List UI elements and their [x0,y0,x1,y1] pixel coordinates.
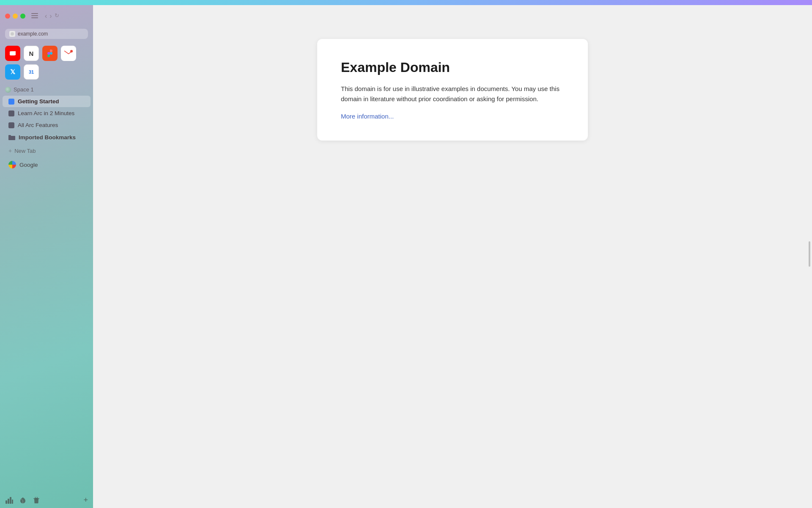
google-shortcut[interactable]: Google [3,158,91,171]
learn-arc-label: Learn Arc in 2 Minutes [18,110,74,116]
bar-chart-icon[interactable] [5,496,14,505]
card-body: This domain is for use in illustrative e… [341,84,564,104]
nav-controls: ‹ › ↻ [45,12,59,20]
more-info-link[interactable]: More information... [341,113,394,120]
learn-arc-icon [8,110,14,116]
svg-rect-7 [8,499,9,504]
space-icon [5,87,11,93]
all-arc-icon [8,122,14,128]
sidebar-nav: Getting Started Learn Arc in 2 Minutes A… [0,95,93,492]
back-button[interactable]: ‹ [45,12,47,20]
svg-rect-6 [5,500,7,504]
sidebar-item-imported-bookmarks[interactable]: Imported Bookmarks [3,131,91,143]
pinned-tabs: N 𝕏 31 [0,42,93,81]
google-label: Google [19,162,38,168]
svg-rect-2 [31,17,38,18]
sidebar-item-all-arc-features[interactable]: All Arc Features [3,119,91,131]
space-label-text: Space 1 [14,86,34,93]
svg-point-3 [11,32,14,36]
trash-icon[interactable] [32,496,41,505]
svg-rect-0 [31,13,38,14]
pinned-tab-notion[interactable]: N [24,46,39,61]
leaf-icon[interactable] [19,496,27,505]
svg-rect-9 [12,500,13,504]
traffic-lights [5,14,25,19]
main-content: Example Domain This domain is for use in… [93,5,812,508]
card-title: Example Domain [341,59,564,75]
close-button[interactable] [5,14,10,19]
new-tab-button[interactable]: + New Tab [3,145,91,157]
svg-point-5 [70,50,73,52]
browser-window: ‹ › ↻ example.com N [0,5,812,508]
address-bar-row: example.com [0,27,93,42]
pinned-tab-calendar[interactable]: 31 [24,64,39,80]
folder-icon [8,134,15,141]
maximize-button[interactable] [20,14,25,19]
space-label: Space 1 [0,81,93,95]
address-bar[interactable]: example.com [5,29,88,39]
svg-rect-1 [31,15,38,16]
sidebar-item-learn-arc[interactable]: Learn Arc in 2 Minutes [3,108,91,119]
all-arc-label: All Arc Features [18,122,58,128]
content-card: Example Domain This domain is for use in… [317,39,588,141]
sidebar-toggle-icon[interactable] [31,13,38,19]
window-chrome [0,0,812,5]
titlebar: ‹ › ↻ [0,5,93,27]
favicon [9,31,15,37]
getting-started-icon [8,99,14,105]
sidebar-bottom: + [0,492,93,508]
url-text: example.com [18,31,48,37]
pinned-tab-twitter[interactable]: 𝕏 [5,64,20,80]
svg-rect-11 [35,497,38,498]
add-icon[interactable]: + [83,496,88,505]
forward-button[interactable]: › [49,12,52,20]
sidebar: ‹ › ↻ example.com N [0,5,93,508]
new-tab-label: New Tab [14,148,36,154]
getting-started-label: Getting Started [18,98,59,105]
google-icon [8,161,16,168]
reload-button[interactable]: ↻ [55,12,59,20]
scrollbar[interactable] [809,241,810,267]
imported-bookmarks-label: Imported Bookmarks [19,134,76,141]
plus-icon: + [8,147,12,154]
minimize-button[interactable] [13,14,18,19]
pinned-tab-gmail[interactable] [61,46,76,61]
pinned-tab-youtube[interactable] [5,46,20,61]
pinned-tab-figma[interactable] [42,46,58,61]
svg-rect-8 [10,497,11,504]
sidebar-item-getting-started[interactable]: Getting Started [3,96,91,107]
